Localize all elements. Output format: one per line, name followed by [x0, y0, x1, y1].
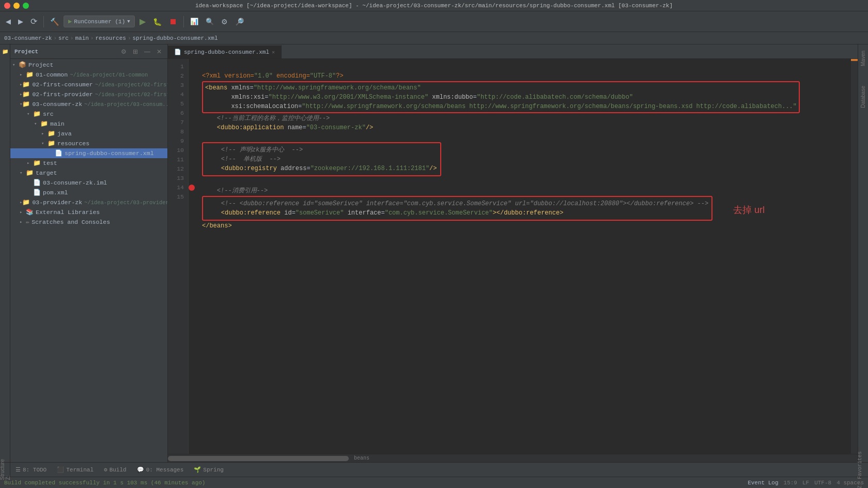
editor-tab-label: spring-dubbo-consumer.xml [184, 49, 269, 55]
scratches-label: Scratches and Consoles [32, 219, 110, 225]
tree-item-pom-xml[interactable]: ▸ 📄 pom.xml [10, 188, 167, 197]
file-tree: ▾ 📦 Project ▸ 📁 01-common ~/idea-project… [10, 59, 167, 462]
panel-settings-btn[interactable]: ⚙ [119, 48, 128, 56]
tree-item-03-provider-zk[interactable]: ▸ 📁 03-provider-zk ~/idea-project/03-pro… [10, 197, 167, 207]
code-area[interactable]: 1 2 3 4 5 6 7 8 9 10 11 12 13 14 15 [168, 59, 858, 454]
tree-item-target[interactable]: ▾ 📁 target [10, 168, 167, 178]
scroll-label: beans [354, 454, 369, 462]
status-bar: Build completed successfully in 1 s 103 … [0, 477, 868, 488]
build-status-message: Build completed successfully in 1 s 103 … [4, 480, 205, 486]
bottom-tab-messages[interactable]: 💬 0: Messages [132, 464, 189, 475]
settings-button[interactable]: ⚙ [219, 16, 230, 27]
close-button[interactable] [4, 3, 10, 9]
structure-tab-icon[interactable]: Z: Structure [0, 459, 11, 480]
scroll-thumb[interactable] [168, 456, 349, 461]
editor-area: 📄 spring-dubbo-consumer.xml ✕ 1 2 3 4 5 … [168, 44, 858, 462]
maximize-button[interactable] [23, 3, 29, 9]
panel-header: Project ⚙ ⊞ — ✕ [10, 44, 167, 59]
annotation-text: 去掉 url [733, 204, 765, 216]
horizontal-scrollbar[interactable]: beans [168, 454, 858, 462]
breadcrumb-item-2[interactable]: main [75, 35, 88, 41]
tree-item-02-first-provider[interactable]: ▸ 📁 02-first-provider ~/idea-project/02-… [10, 89, 167, 99]
build-icon: ⚙ [104, 466, 107, 473]
main-layout: 📁 Project ⚙ ⊞ — ✕ ▾ 📦 Project ▸ 📁 01-com… [0, 44, 868, 462]
back-button[interactable]: ◀ [3, 16, 13, 27]
maven-tab[interactable]: Maven [859, 47, 867, 70]
search-button[interactable]: 🔎 [233, 16, 246, 27]
left-sidebar-icons: 📁 [0, 44, 10, 462]
profile-button[interactable]: 🔍 [203, 16, 216, 27]
tree-item-01-common[interactable]: ▸ 📁 01-common ~/idea-project/01-common [10, 70, 167, 80]
bottom-tab-terminal[interactable]: ⬛ Terminal [52, 464, 99, 475]
tree-item-external-libraries[interactable]: ▸ 📚 External Libraries [10, 207, 167, 217]
tree-item-java[interactable]: ▸ 📁 java [10, 129, 167, 139]
breadcrumb-item-0[interactable]: 03-consumer-zk [4, 35, 52, 41]
bottom-panel-bar: Z: Structure ☰ 8: TODO ⬛ Terminal ⚙ Buil… [0, 462, 868, 477]
todo-label: 8: TODO [23, 467, 47, 473]
panel-expand-btn[interactable]: ⊞ [131, 48, 140, 56]
tree-item-src[interactable]: ▾ 📁 src [10, 109, 167, 119]
line-numbers: 1 2 3 4 5 6 7 8 9 10 11 12 13 14 15 [168, 59, 189, 454]
file-encoding[interactable]: UTF-8 [814, 480, 831, 486]
build-button[interactable]: 🔨 [48, 16, 61, 27]
spring-icon: 🌱 [194, 466, 201, 473]
bottom-tab-todo[interactable]: ☰ 8: TODO [10, 464, 52, 475]
tree-item-iml[interactable]: ▸ 📄 03-consumer-zk.iml [10, 178, 167, 188]
sidebar-project-icon[interactable]: 📁 [1, 47, 9, 56]
right-gutter [850, 59, 858, 454]
spring-label: Spring [203, 467, 224, 473]
database-tab[interactable]: Database [859, 82, 867, 112]
line-separator[interactable]: LF [802, 480, 809, 486]
messages-label: 0: Messages [146, 467, 184, 473]
editor-tab-spring-dubbo[interactable]: 📄 spring-dubbo-consumer.xml ✕ [168, 45, 282, 58]
panel-title: Project [14, 49, 116, 55]
window-title: idea-workspace [~/idea-project/idea-work… [195, 3, 673, 9]
tree-item-resources[interactable]: ▾ 📁 resources [10, 139, 167, 148]
run-button[interactable]: ▶ [137, 15, 148, 28]
todo-icon: ☰ [16, 466, 21, 473]
tree-item-test[interactable]: ▸ 📁 test [10, 158, 167, 168]
tree-item-scratches[interactable]: ▸ ✏ Scratches and Consoles [10, 217, 167, 227]
window-controls[interactable] [4, 3, 29, 9]
tree-item-03-consumer-zk[interactable]: ▾ 📁 03-consumer-zk ~/idea-project/03-con… [10, 99, 167, 109]
editor-tabs: 📄 spring-dubbo-consumer.xml ✕ [168, 44, 858, 59]
coverage-button[interactable]: 📊 [188, 16, 201, 27]
breadcrumb: 03-consumer-zk › src › main › resources … [0, 32, 868, 44]
debug-button[interactable]: 🐛 [150, 16, 164, 27]
toolbar: ◀ ▶ ⟳ 🔨 ▶ RunConsumer (1) ▼ ▶ 🐛 ⏹ 📊 🔍 ⚙ … [0, 11, 868, 32]
tree-item-main[interactable]: ▾ 📁 main [10, 119, 167, 129]
stop-button[interactable]: ⏹ [166, 16, 180, 28]
breadcrumb-item-1[interactable]: src [58, 35, 69, 41]
title-bar: idea-workspace [~/idea-project/idea-work… [0, 0, 868, 11]
messages-icon: 💬 [137, 466, 144, 473]
run-config-selector[interactable]: ▶ RunConsumer (1) ▼ [64, 16, 135, 27]
panel-collapse-btn[interactable]: — [143, 48, 152, 56]
run-config-label: RunConsumer (1) [74, 19, 125, 25]
favorites-label: Z: Favorites [857, 451, 863, 489]
tree-item-project[interactable]: ▾ 📦 Project [10, 60, 167, 70]
tree-item-spring-dubbo-consumer-xml[interactable]: ▸ 📄 spring-dubbo-consumer.xml [10, 148, 167, 158]
project-panel: Project ⚙ ⊞ — ✕ ▾ 📦 Project ▸ 📁 01-commo… [10, 44, 168, 462]
event-log-link[interactable]: Event Log [748, 480, 778, 486]
terminal-icon: ⬛ [57, 466, 64, 473]
minimize-button[interactable] [13, 3, 20, 9]
cursor-position: 15:9 [784, 480, 797, 486]
terminal-label: Terminal [66, 467, 94, 473]
build-label: Build [110, 467, 127, 473]
tree-item-02-first-consumer[interactable]: ▸ 📁 02-first-consumer ~/idea-project/02-… [10, 80, 167, 89]
bottom-tab-build[interactable]: ⚙ Build [99, 464, 132, 475]
tab-close-btn[interactable]: ✕ [272, 49, 275, 55]
breadcrumb-item-4[interactable]: spring-dubbo-consumer.xml [133, 35, 218, 41]
forward-button[interactable]: ▶ [16, 16, 26, 27]
right-panel-tabs: Maven Database [858, 44, 868, 462]
panel-close-btn[interactable]: ✕ [155, 48, 163, 56]
bottom-tab-spring[interactable]: 🌱 Spring [189, 464, 229, 475]
breadcrumb-item-3[interactable]: resources [95, 35, 126, 41]
refresh-button[interactable]: ⟳ [28, 15, 40, 28]
code-content[interactable]: <?xml version="1.0" encoding="UTF-8"?> <… [196, 59, 850, 454]
breakpoint-indicator [189, 185, 195, 191]
